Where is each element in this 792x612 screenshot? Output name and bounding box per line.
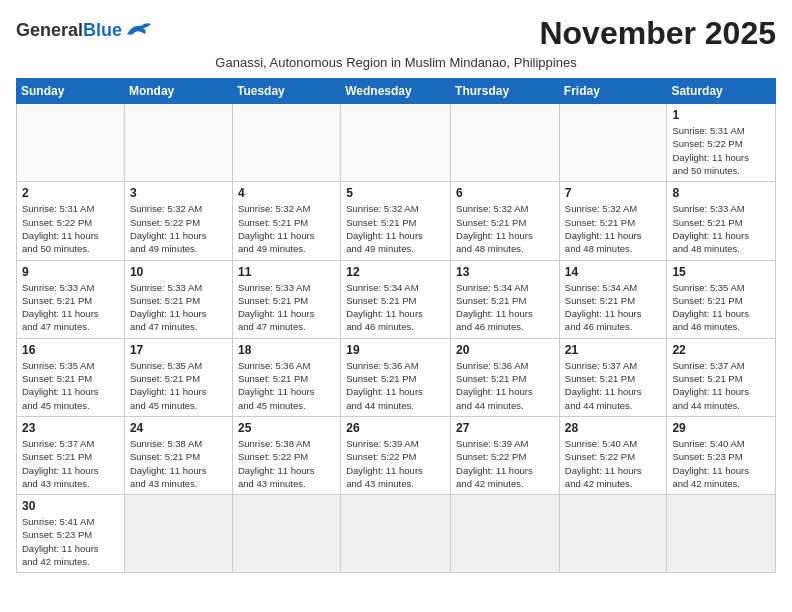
calendar-cell: 16Sunrise: 5:35 AM Sunset: 5:21 PM Dayli… <box>17 338 125 416</box>
calendar-cell: 13Sunrise: 5:34 AM Sunset: 5:21 PM Dayli… <box>451 260 560 338</box>
day-info: Sunrise: 5:34 AM Sunset: 5:21 PM Dayligh… <box>456 281 554 334</box>
logo-general-text: General <box>16 21 83 39</box>
logo-bird-icon <box>125 20 153 40</box>
day-number: 27 <box>456 421 554 435</box>
calendar-week-row: 23Sunrise: 5:37 AM Sunset: 5:21 PM Dayli… <box>17 416 776 494</box>
day-info: Sunrise: 5:40 AM Sunset: 5:22 PM Dayligh… <box>565 437 662 490</box>
day-info: Sunrise: 5:31 AM Sunset: 5:22 PM Dayligh… <box>672 124 770 177</box>
day-info: Sunrise: 5:37 AM Sunset: 5:21 PM Dayligh… <box>672 359 770 412</box>
day-number: 2 <box>22 186 119 200</box>
calendar-cell: 21Sunrise: 5:37 AM Sunset: 5:21 PM Dayli… <box>559 338 667 416</box>
day-info: Sunrise: 5:32 AM Sunset: 5:21 PM Dayligh… <box>456 202 554 255</box>
calendar-week-row: 2Sunrise: 5:31 AM Sunset: 5:22 PM Daylig… <box>17 182 776 260</box>
calendar-week-row: 1Sunrise: 5:31 AM Sunset: 5:22 PM Daylig… <box>17 104 776 182</box>
day-number: 6 <box>456 186 554 200</box>
calendar-cell: 24Sunrise: 5:38 AM Sunset: 5:21 PM Dayli… <box>124 416 232 494</box>
day-number: 30 <box>22 499 119 513</box>
day-info: Sunrise: 5:34 AM Sunset: 5:21 PM Dayligh… <box>346 281 445 334</box>
calendar-week-row: 16Sunrise: 5:35 AM Sunset: 5:21 PM Dayli… <box>17 338 776 416</box>
calendar-cell: 11Sunrise: 5:33 AM Sunset: 5:21 PM Dayli… <box>232 260 340 338</box>
day-info: Sunrise: 5:31 AM Sunset: 5:22 PM Dayligh… <box>22 202 119 255</box>
day-info: Sunrise: 5:36 AM Sunset: 5:21 PM Dayligh… <box>346 359 445 412</box>
calendar-cell: 22Sunrise: 5:37 AM Sunset: 5:21 PM Dayli… <box>667 338 776 416</box>
calendar-cell: 4Sunrise: 5:32 AM Sunset: 5:21 PM Daylig… <box>232 182 340 260</box>
day-info: Sunrise: 5:41 AM Sunset: 5:23 PM Dayligh… <box>22 515 119 568</box>
calendar-cell: 2Sunrise: 5:31 AM Sunset: 5:22 PM Daylig… <box>17 182 125 260</box>
col-header-saturday: Saturday <box>667 79 776 104</box>
col-header-tuesday: Tuesday <box>232 79 340 104</box>
day-number: 19 <box>346 343 445 357</box>
day-info: Sunrise: 5:32 AM Sunset: 5:21 PM Dayligh… <box>565 202 662 255</box>
calendar-cell: 18Sunrise: 5:36 AM Sunset: 5:21 PM Dayli… <box>232 338 340 416</box>
calendar-cell: 3Sunrise: 5:32 AM Sunset: 5:22 PM Daylig… <box>124 182 232 260</box>
day-info: Sunrise: 5:32 AM Sunset: 5:21 PM Dayligh… <box>346 202 445 255</box>
calendar-cell <box>667 495 776 573</box>
calendar-cell: 5Sunrise: 5:32 AM Sunset: 5:21 PM Daylig… <box>341 182 451 260</box>
month-title: November 2025 <box>539 16 776 51</box>
day-info: Sunrise: 5:40 AM Sunset: 5:23 PM Dayligh… <box>672 437 770 490</box>
day-number: 20 <box>456 343 554 357</box>
day-number: 3 <box>130 186 227 200</box>
day-info: Sunrise: 5:35 AM Sunset: 5:21 PM Dayligh… <box>130 359 227 412</box>
calendar-cell: 6Sunrise: 5:32 AM Sunset: 5:21 PM Daylig… <box>451 182 560 260</box>
day-number: 13 <box>456 265 554 279</box>
day-info: Sunrise: 5:35 AM Sunset: 5:21 PM Dayligh… <box>672 281 770 334</box>
logo-blue-text: Blue <box>83 21 122 39</box>
day-info: Sunrise: 5:36 AM Sunset: 5:21 PM Dayligh… <box>238 359 335 412</box>
calendar-cell: 9Sunrise: 5:33 AM Sunset: 5:21 PM Daylig… <box>17 260 125 338</box>
day-number: 29 <box>672 421 770 435</box>
calendar-cell <box>451 104 560 182</box>
day-info: Sunrise: 5:35 AM Sunset: 5:21 PM Dayligh… <box>22 359 119 412</box>
page: GeneralBlue November 2025 Ganassi, Auton… <box>0 0 792 583</box>
day-info: Sunrise: 5:32 AM Sunset: 5:22 PM Dayligh… <box>130 202 227 255</box>
calendar-cell: 20Sunrise: 5:36 AM Sunset: 5:21 PM Dayli… <box>451 338 560 416</box>
day-number: 11 <box>238 265 335 279</box>
day-number: 17 <box>130 343 227 357</box>
day-info: Sunrise: 5:34 AM Sunset: 5:21 PM Dayligh… <box>565 281 662 334</box>
day-number: 18 <box>238 343 335 357</box>
header: GeneralBlue November 2025 <box>16 16 776 51</box>
calendar-cell: 28Sunrise: 5:40 AM Sunset: 5:22 PM Dayli… <box>559 416 667 494</box>
day-number: 25 <box>238 421 335 435</box>
day-number: 28 <box>565 421 662 435</box>
day-number: 15 <box>672 265 770 279</box>
col-header-friday: Friday <box>559 79 667 104</box>
calendar-week-row: 30Sunrise: 5:41 AM Sunset: 5:23 PM Dayli… <box>17 495 776 573</box>
calendar-cell: 23Sunrise: 5:37 AM Sunset: 5:21 PM Dayli… <box>17 416 125 494</box>
calendar-cell: 17Sunrise: 5:35 AM Sunset: 5:21 PM Dayli… <box>124 338 232 416</box>
day-number: 24 <box>130 421 227 435</box>
day-info: Sunrise: 5:38 AM Sunset: 5:21 PM Dayligh… <box>130 437 227 490</box>
day-number: 4 <box>238 186 335 200</box>
calendar-cell: 29Sunrise: 5:40 AM Sunset: 5:23 PM Dayli… <box>667 416 776 494</box>
calendar-cell: 8Sunrise: 5:33 AM Sunset: 5:21 PM Daylig… <box>667 182 776 260</box>
logo: GeneralBlue <box>16 20 153 40</box>
subtitle: Ganassi, Autonomous Region in Muslim Min… <box>16 55 776 70</box>
calendar-cell: 10Sunrise: 5:33 AM Sunset: 5:21 PM Dayli… <box>124 260 232 338</box>
calendar-cell: 15Sunrise: 5:35 AM Sunset: 5:21 PM Dayli… <box>667 260 776 338</box>
calendar-cell <box>17 104 125 182</box>
col-header-thursday: Thursday <box>451 79 560 104</box>
calendar-cell: 30Sunrise: 5:41 AM Sunset: 5:23 PM Dayli… <box>17 495 125 573</box>
calendar-cell: 26Sunrise: 5:39 AM Sunset: 5:22 PM Dayli… <box>341 416 451 494</box>
calendar-table: Sunday Monday Tuesday Wednesday Thursday… <box>16 78 776 573</box>
calendar-cell: 14Sunrise: 5:34 AM Sunset: 5:21 PM Dayli… <box>559 260 667 338</box>
day-number: 14 <box>565 265 662 279</box>
day-info: Sunrise: 5:33 AM Sunset: 5:21 PM Dayligh… <box>238 281 335 334</box>
day-number: 21 <box>565 343 662 357</box>
calendar-cell: 1Sunrise: 5:31 AM Sunset: 5:22 PM Daylig… <box>667 104 776 182</box>
calendar-header-row: Sunday Monday Tuesday Wednesday Thursday… <box>17 79 776 104</box>
day-info: Sunrise: 5:37 AM Sunset: 5:21 PM Dayligh… <box>22 437 119 490</box>
day-info: Sunrise: 5:32 AM Sunset: 5:21 PM Dayligh… <box>238 202 335 255</box>
col-header-sunday: Sunday <box>17 79 125 104</box>
day-info: Sunrise: 5:38 AM Sunset: 5:22 PM Dayligh… <box>238 437 335 490</box>
day-number: 8 <box>672 186 770 200</box>
day-number: 23 <box>22 421 119 435</box>
calendar-week-row: 9Sunrise: 5:33 AM Sunset: 5:21 PM Daylig… <box>17 260 776 338</box>
calendar-cell <box>232 495 340 573</box>
calendar-cell <box>559 495 667 573</box>
day-info: Sunrise: 5:39 AM Sunset: 5:22 PM Dayligh… <box>346 437 445 490</box>
calendar-cell <box>451 495 560 573</box>
day-info: Sunrise: 5:33 AM Sunset: 5:21 PM Dayligh… <box>130 281 227 334</box>
calendar-cell: 12Sunrise: 5:34 AM Sunset: 5:21 PM Dayli… <box>341 260 451 338</box>
calendar-cell <box>124 104 232 182</box>
